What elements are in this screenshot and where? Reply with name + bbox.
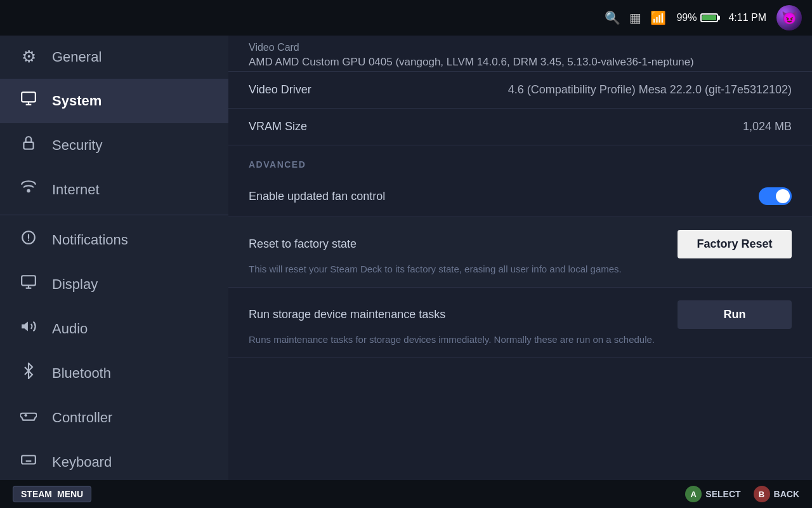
sidebar-divider	[0, 215, 228, 215]
toggle-knob	[776, 189, 790, 203]
vram-value: 1,024 MB	[743, 120, 792, 133]
sidebar-label-internet: Internet	[52, 182, 100, 198]
video-driver-label: Video Driver	[249, 83, 311, 97]
sidebar-item-general[interactable]: ⚙ General	[0, 36, 228, 79]
menu-label: MENU	[57, 489, 83, 499]
gear-icon: ⚙	[18, 47, 39, 67]
bottombar: STEAM MENU A SELECT B BACK	[0, 480, 812, 508]
svg-point-7	[28, 239, 29, 241]
back-label: BACK	[774, 489, 799, 499]
sidebar-item-system[interactable]: System	[0, 79, 228, 123]
topbar: 🔍 ▦ 📶 99% 4:11 PM 😈	[0, 0, 812, 36]
sidebar-label-security: Security	[52, 137, 102, 154]
sidebar-item-controller[interactable]: Controller	[0, 396, 228, 440]
topbar-icons: 🔍 ▦ 📶	[605, 10, 666, 25]
sidebar-item-bluetooth[interactable]: Bluetooth	[0, 351, 228, 396]
avatar[interactable]: 😈	[776, 5, 802, 30]
sidebar-label-audio: Audio	[52, 321, 88, 337]
storage-icon: ▦	[629, 10, 641, 25]
bottom-controls: A SELECT B BACK	[685, 486, 799, 502]
fan-control-row: Enable updated fan control	[228, 176, 812, 217]
video-card-label: Video Card	[249, 42, 792, 53]
svg-rect-8	[22, 276, 36, 285]
sidebar-label-notifications: Notifications	[52, 232, 128, 248]
select-control: A SELECT	[685, 486, 740, 502]
keyboard-icon	[18, 451, 39, 472]
factory-reset-row: Reset to factory state Factory Reset Thi…	[228, 217, 812, 288]
svg-rect-12	[22, 456, 36, 464]
sidebar-item-audio[interactable]: Audio	[0, 307, 228, 351]
clock: 4:11 PM	[728, 12, 766, 23]
system-icon	[18, 90, 39, 111]
video-driver-row: Video Driver 4.6 (Compatibility Profile)…	[228, 72, 812, 109]
svg-point-4	[27, 190, 29, 192]
svg-rect-0	[22, 92, 36, 102]
video-card-value: AMD AMD Custom GPU 0405 (vangogh, LLVM 1…	[249, 56, 792, 69]
select-label: SELECT	[705, 489, 740, 499]
maintenance-run-button[interactable]: Run	[678, 300, 792, 329]
factory-reset-button[interactable]: Factory Reset	[678, 230, 792, 258]
battery-section: 99%	[676, 12, 718, 23]
svg-marker-11	[22, 321, 28, 331]
sidebar-item-keyboard[interactable]: Keyboard	[0, 440, 228, 480]
network-icon: 📶	[650, 10, 666, 25]
b-label: B	[759, 490, 764, 499]
sidebar-label-bluetooth: Bluetooth	[52, 365, 111, 382]
factory-reset-top: Reset to factory state Factory Reset	[249, 230, 792, 258]
sidebar-label-controller: Controller	[52, 410, 112, 426]
svg-rect-3	[23, 142, 33, 149]
steam-menu-button[interactable]: STEAM MENU	[13, 486, 91, 502]
maintenance-title: Run storage device maintenance tasks	[249, 308, 445, 321]
sidebar-label-keyboard: Keyboard	[52, 454, 112, 471]
video-driver-value: 4.6 (Compatibility Profile) Mesa 22.2.0 …	[508, 83, 792, 97]
video-card-section: Video Card AMD AMD Custom GPU 0405 (vang…	[228, 36, 812, 72]
lock-icon	[18, 135, 39, 156]
maintenance-desc: Runs maintenance tasks for storage devic…	[249, 334, 792, 345]
controller-icon	[18, 407, 39, 428]
vram-row: VRAM Size 1,024 MB	[228, 109, 812, 145]
display-icon	[18, 274, 39, 295]
sidebar-item-notifications[interactable]: Notifications	[0, 218, 228, 262]
a-label: A	[691, 490, 697, 499]
b-button[interactable]: B	[754, 486, 770, 502]
battery-icon	[700, 13, 718, 22]
bluetooth-icon	[18, 363, 39, 384]
battery-percent: 99%	[676, 12, 697, 23]
maintenance-top: Run storage device maintenance tasks Run	[249, 300, 792, 329]
sidebar-label-general: General	[52, 49, 102, 65]
factory-reset-desc: This will reset your Steam Deck to its f…	[249, 264, 792, 274]
sidebar: ⚙ General System Security	[0, 36, 228, 480]
search-icon[interactable]: 🔍	[605, 10, 620, 25]
vram-label: VRAM Size	[249, 120, 307, 133]
internet-icon	[18, 179, 39, 200]
audio-icon	[18, 318, 39, 339]
a-button[interactable]: A	[685, 486, 702, 502]
advanced-section-header: ADVANCED	[228, 145, 812, 176]
sidebar-item-display[interactable]: Display	[0, 262, 228, 307]
main-layout: ⚙ General System Security	[0, 36, 812, 480]
back-control: B BACK	[754, 486, 799, 502]
sidebar-label-display: Display	[52, 276, 98, 293]
sidebar-item-security[interactable]: Security	[0, 123, 228, 168]
maintenance-row: Run storage device maintenance tasks Run…	[228, 288, 812, 358]
avatar-image: 😈	[776, 5, 802, 30]
steam-label: STEAM	[21, 489, 52, 499]
sidebar-item-internet[interactable]: Internet	[0, 168, 228, 212]
fan-control-toggle[interactable]	[759, 187, 792, 205]
factory-reset-title: Reset to factory state	[249, 237, 357, 251]
sidebar-label-system: System	[52, 93, 102, 109]
fan-control-label: Enable updated fan control	[249, 190, 385, 203]
content-area: Video Card AMD AMD Custom GPU 0405 (vang…	[228, 36, 812, 480]
notifications-icon	[18, 229, 39, 250]
battery-fill	[702, 15, 716, 20]
